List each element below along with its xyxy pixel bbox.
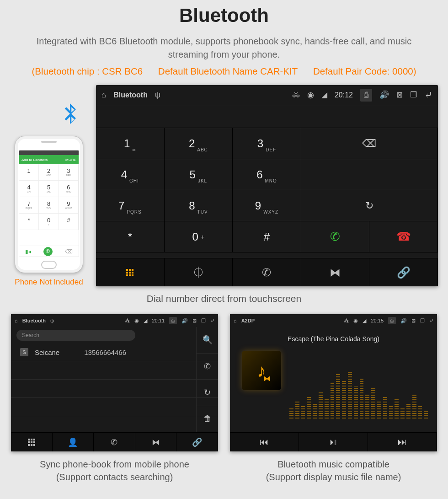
key-1[interactable]: 1∞ [96, 128, 165, 159]
sync-button[interactable]: ↻ [197, 380, 218, 406]
music-panel: ⌂ A2DP ⁂ ◉ ◢ 20:15 ⎙ 🔊 ⊠ ❐ ⤶ Escape (The… [230, 314, 437, 451]
hangup-button[interactable]: ☎ [369, 221, 438, 252]
back-icon[interactable]: ⤶ [429, 318, 433, 324]
camera-icon[interactable]: ⎙ [169, 317, 177, 324]
album-art: ♪⧓ [242, 351, 281, 390]
home-icon[interactable]: ⌂ [15, 318, 18, 323]
nav-contacts[interactable]: ⏀ [165, 258, 233, 286]
link-icon: 🔗 [397, 266, 411, 279]
phone-column: ››› Add to Contacts MORE 1 2ABC 3DEF 4GH… [10, 85, 88, 287]
spec-pair: Default Pair Code: 0000) [313, 66, 416, 76]
status-bar: ⌂ Bluetooth ψ ⁂ ◉ ◢ 20:11 ⎙ 🔊 ⊠ ❐ ⤶ [11, 314, 218, 327]
key-3[interactable]: 3DEF [233, 128, 301, 159]
nav-keypad[interactable] [96, 258, 165, 286]
contact-name: Seicane [35, 349, 59, 356]
redial-button[interactable]: ↻ [301, 190, 438, 221]
keypad-icon [126, 269, 133, 276]
nav-calls[interactable]: ✆ [233, 258, 301, 286]
phonebook-caption: Sync phone-book from mobile phone (Suppo… [11, 458, 218, 483]
location-icon: ◉ [134, 318, 139, 324]
key-4[interactable]: 4GHI [96, 159, 165, 190]
keypad-icon [28, 439, 35, 446]
key-star[interactable]: * [96, 221, 165, 252]
location-icon: ◉ [307, 90, 314, 100]
music-note-icon: ♪⧓ [257, 360, 266, 381]
backspace-button[interactable]: ⌫ [301, 128, 438, 159]
phone-mockup: Add to Contacts MORE 1 2ABC 3DEF 4GHI 5J… [15, 136, 83, 273]
back-icon[interactable]: ⤶ [424, 89, 432, 101]
phone-keypad: 1 2ABC 3DEF 4GHI 5JKL 6MNO 7PQRS 8TUV 9W… [19, 164, 79, 230]
nav-link[interactable]: 🔗 [176, 433, 218, 451]
delete-button[interactable]: 🗑 [197, 406, 218, 433]
wifi-icon: ◢ [363, 318, 366, 324]
spec-chip: (Bluetooth chip : CSR BC6 [32, 66, 143, 76]
nav-contacts[interactable]: 👤 [53, 433, 94, 451]
phone-caption: Phone Not Included [10, 278, 88, 287]
contact-row[interactable]: S Seicane 13566664466 [11, 343, 218, 361]
home-icon[interactable]: ⌂ [234, 318, 237, 323]
page-subtitle: Integrated with BC6 Bluetooth module, su… [0, 35, 448, 61]
music-column: ⌂ A2DP ⁂ ◉ ◢ 20:15 ⎙ 🔊 ⊠ ❐ ⤶ Escape (The… [230, 314, 437, 483]
search-input[interactable]: Search [16, 330, 135, 341]
prev-button[interactable]: ⏮ [230, 433, 299, 451]
key-9[interactable]: 9WXYZ [233, 190, 301, 221]
key-5[interactable]: 5JKL [165, 159, 233, 190]
dialer-caption: Dial number direct from touchscreen [0, 293, 448, 304]
key-0[interactable]: 0+ [165, 221, 233, 252]
nav-bluetooth[interactable]: ⧓ [135, 433, 177, 451]
number-display [96, 105, 438, 128]
person-icon: 👤 [68, 437, 78, 447]
bluetooth-status-icon: ⁂ [344, 318, 349, 324]
video-call-icon: ▮◂ [25, 248, 31, 255]
spec-name: Default Bluetooth Name CAR-KIT [158, 66, 298, 76]
volume-icon[interactable]: 🔊 [400, 318, 407, 324]
nav-calls[interactable]: ✆ [94, 433, 135, 451]
volume-icon[interactable]: 🔊 [379, 90, 389, 100]
person-icon: ⏀ [193, 266, 204, 279]
wifi-icon: ◢ [144, 318, 147, 324]
search-button[interactable]: 🔍 [197, 327, 218, 354]
camera-icon[interactable]: ⎙ [360, 89, 372, 102]
next-button[interactable]: ⏭ [368, 433, 437, 451]
headunit-dialer: ⌂ Bluetooth ψ ⁂ ◉ ◢ 20:12 ⎙ 🔊 ⊠ ❐ ⤶ 1∞ 2… [96, 85, 438, 286]
back-icon[interactable]: ⤶ [210, 318, 214, 324]
volume-icon[interactable]: 🔊 [181, 318, 188, 324]
key-2[interactable]: 2ABC [165, 128, 233, 159]
dial-keypad: 1∞ 2ABC 3DEF ⌫ 4GHI 5JKL 6MNO 7PQRS 8TUV… [96, 128, 438, 252]
close-icon[interactable]: ⊠ [396, 90, 403, 100]
recent-apps-icon[interactable]: ❐ [201, 318, 206, 324]
key-6[interactable]: 6MNO [233, 159, 301, 190]
bluetooth-specs: (Bluetooth chip : CSR BC6 Default Blueto… [0, 66, 448, 77]
camera-icon[interactable]: ⎙ [388, 317, 396, 324]
key-8[interactable]: 8TUV [165, 190, 233, 221]
status-bar: ⌂ A2DP ⁂ ◉ ◢ 20:15 ⎙ 🔊 ⊠ ❐ ⤶ [230, 314, 437, 327]
phone-header-more: MORE [65, 158, 76, 162]
nav-link[interactable]: 🔗 [369, 258, 438, 286]
nav-bluetooth[interactable]: ⧓ [301, 258, 370, 286]
recent-apps-icon[interactable]: ❐ [410, 90, 417, 100]
empty-cell [301, 159, 438, 190]
call-button[interactable]: ✆ [197, 354, 218, 380]
key-hash[interactable]: # [233, 221, 301, 252]
usb-icon: ψ [155, 91, 160, 100]
bluetooth-status-icon: ⁂ [292, 90, 300, 100]
close-icon[interactable]: ⊠ [411, 318, 416, 324]
home-icon[interactable]: ⌂ [101, 91, 106, 100]
bottom-nav: 👤 ✆ ⧓ 🔗 [11, 432, 218, 451]
play-pause-button[interactable]: ⏯ [299, 433, 368, 451]
bluetooth-status-icon: ⁂ [125, 318, 130, 324]
equalizer-visual [289, 368, 428, 419]
page-title: Bluetooth [0, 5, 448, 27]
key-7[interactable]: 7PQRS [96, 190, 165, 221]
backspace-icon: ⌫ [65, 248, 73, 255]
close-icon[interactable]: ⊠ [192, 318, 197, 324]
nav-keypad[interactable] [11, 433, 53, 451]
recent-apps-icon[interactable]: ❐ [420, 318, 425, 324]
call-button[interactable]: ✆ [301, 221, 370, 252]
player-controls: ⏮ ⏯ ⏭ [230, 432, 437, 451]
status-title: Bluetooth [113, 91, 148, 99]
phone-icon: ✆ [262, 266, 271, 279]
status-time: 20:11 [152, 318, 165, 323]
location-icon: ◉ [353, 318, 358, 324]
bluetooth-nav-icon: ⧓ [330, 266, 341, 279]
